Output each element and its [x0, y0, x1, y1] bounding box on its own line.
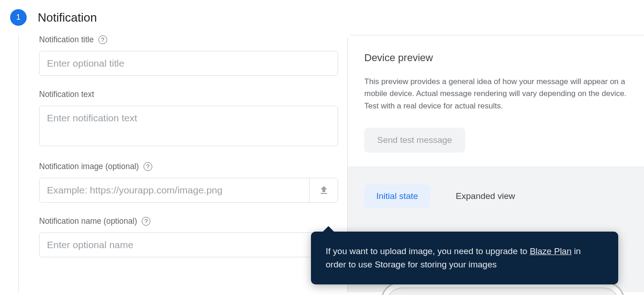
notification-title-input[interactable]	[39, 51, 338, 76]
tab-expanded-view[interactable]: Expanded view	[444, 185, 527, 208]
step-number-badge: 1	[10, 9, 27, 26]
notification-text-field: Notification text	[39, 90, 338, 148]
send-test-message-button[interactable]: Send test message	[364, 128, 465, 153]
upload-upgrade-tooltip: If you want to upload image, you need to…	[311, 232, 618, 284]
notification-image-url-input[interactable]	[40, 178, 309, 202]
upload-image-button[interactable]	[309, 178, 338, 202]
tooltip-text-prefix: If you want to upload image, you need to…	[326, 246, 530, 256]
notification-name-field: Notification name (optional) ?	[39, 216, 338, 257]
help-icon[interactable]: ?	[142, 217, 150, 226]
upload-icon	[318, 185, 329, 196]
blaze-plan-link[interactable]: Blaze Plan	[530, 246, 572, 256]
phone-frame-inner	[386, 288, 619, 295]
notification-text-input[interactable]	[39, 106, 338, 146]
device-preview-description: This preview provides a general idea of …	[364, 76, 627, 112]
notification-form: Notification title ? Notification text N…	[39, 35, 347, 292]
notification-text-label: Notification text	[39, 90, 94, 99]
notification-title-field: Notification title ?	[39, 35, 338, 76]
help-icon[interactable]: ?	[98, 35, 107, 44]
device-preview-title: Device preview	[364, 52, 627, 64]
preview-tabs: Initial state Expanded view	[364, 185, 627, 208]
notification-title-label: Notification title	[39, 35, 94, 45]
step-header: 1 Notification	[0, 0, 644, 35]
tab-initial-state[interactable]: Initial state	[364, 185, 430, 208]
step-title: Notification	[38, 11, 97, 25]
notification-image-label: Notification image (optional)	[39, 162, 139, 171]
notification-name-input[interactable]	[39, 233, 338, 257]
notification-name-label: Notification name (optional)	[39, 216, 137, 226]
notification-image-field: Notification image (optional) ?	[39, 162, 338, 203]
help-icon[interactable]: ?	[144, 162, 152, 171]
